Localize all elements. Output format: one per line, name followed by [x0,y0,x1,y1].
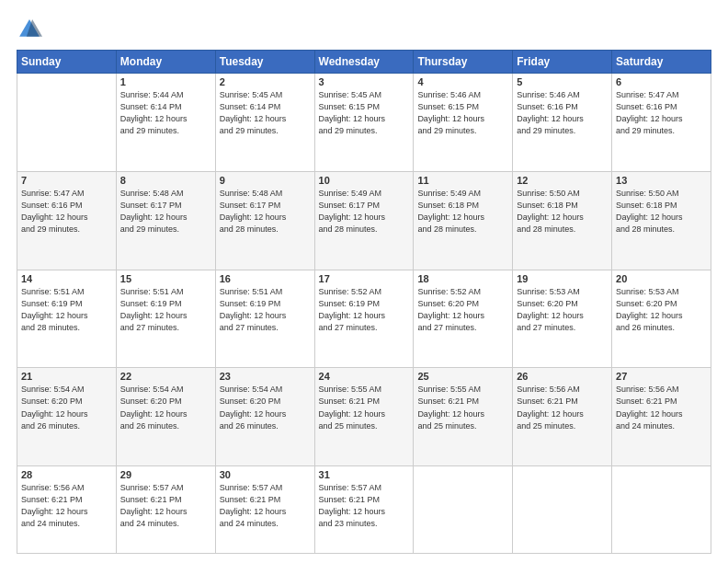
day-info: Sunrise: 5:48 AM Sunset: 6:17 PM Dayligh… [120,188,211,236]
day-number: 12 [517,175,608,186]
day-number: 15 [120,273,211,284]
day-number: 30 [220,469,311,480]
logo [17,17,46,42]
calendar-week-row: 21Sunrise: 5:54 AM Sunset: 6:20 PM Dayli… [17,368,711,466]
day-info: Sunrise: 5:53 AM Sunset: 6:20 PM Dayligh… [616,286,707,334]
calendar-week-row: 14Sunrise: 5:51 AM Sunset: 6:19 PM Dayli… [17,270,711,368]
calendar-cell: 8Sunrise: 5:48 AM Sunset: 6:17 PM Daylig… [116,171,215,270]
calendar-header-sunday: Sunday [17,51,117,74]
calendar-header-row: SundayMondayTuesdayWednesdayThursdayFrid… [17,51,711,74]
day-number: 1 [120,76,211,87]
day-number: 7 [21,175,112,186]
day-info: Sunrise: 5:56 AM Sunset: 6:21 PM Dayligh… [517,384,608,431]
calendar-cell: 9Sunrise: 5:48 AM Sunset: 6:17 PM Daylig… [215,171,314,270]
calendar-cell [612,466,711,554]
calendar-week-row: 1Sunrise: 5:44 AM Sunset: 6:14 PM Daylig… [17,74,711,172]
day-info: Sunrise: 5:51 AM Sunset: 6:19 PM Dayligh… [21,286,112,334]
calendar-cell: 30Sunrise: 5:57 AM Sunset: 6:21 PM Dayli… [215,466,314,554]
day-info: Sunrise: 5:48 AM Sunset: 6:17 PM Dayligh… [220,188,311,236]
calendar-cell: 22Sunrise: 5:54 AM Sunset: 6:20 PM Dayli… [116,368,215,466]
day-number: 17 [319,273,410,284]
day-info: Sunrise: 5:52 AM Sunset: 6:19 PM Dayligh… [319,286,410,334]
calendar-cell: 4Sunrise: 5:46 AM Sunset: 6:15 PM Daylig… [414,74,513,172]
calendar-cell: 7Sunrise: 5:47 AM Sunset: 6:16 PM Daylig… [17,171,117,270]
calendar-cell: 17Sunrise: 5:52 AM Sunset: 6:19 PM Dayli… [314,270,414,368]
day-info: Sunrise: 5:54 AM Sunset: 6:20 PM Dayligh… [220,384,311,431]
day-number: 14 [21,273,112,284]
day-info: Sunrise: 5:56 AM Sunset: 6:21 PM Dayligh… [21,482,112,530]
day-number: 13 [616,175,707,186]
day-number: 24 [319,371,410,382]
calendar-cell: 5Sunrise: 5:46 AM Sunset: 6:16 PM Daylig… [513,74,612,172]
day-info: Sunrise: 5:45 AM Sunset: 6:14 PM Dayligh… [220,89,311,137]
calendar-week-row: 7Sunrise: 5:47 AM Sunset: 6:16 PM Daylig… [17,171,711,270]
calendar-cell: 18Sunrise: 5:52 AM Sunset: 6:20 PM Dayli… [414,270,513,368]
day-number: 11 [417,175,508,186]
calendar-cell: 3Sunrise: 5:45 AM Sunset: 6:15 PM Daylig… [314,74,414,172]
day-number: 23 [220,371,311,382]
day-number: 19 [517,273,608,284]
calendar-header-thursday: Thursday [414,51,513,74]
day-number: 28 [21,469,112,480]
day-info: Sunrise: 5:44 AM Sunset: 6:14 PM Dayligh… [120,89,211,137]
calendar-cell: 15Sunrise: 5:51 AM Sunset: 6:19 PM Dayli… [116,270,215,368]
day-info: Sunrise: 5:50 AM Sunset: 6:18 PM Dayligh… [517,188,608,236]
day-number: 6 [616,76,707,87]
day-info: Sunrise: 5:56 AM Sunset: 6:21 PM Dayligh… [616,384,707,431]
calendar-cell: 13Sunrise: 5:50 AM Sunset: 6:18 PM Dayli… [612,171,711,270]
day-number: 3 [319,76,410,87]
day-info: Sunrise: 5:50 AM Sunset: 6:18 PM Dayligh… [616,188,707,236]
day-number: 2 [220,76,311,87]
day-info: Sunrise: 5:47 AM Sunset: 6:16 PM Dayligh… [21,188,112,236]
day-info: Sunrise: 5:51 AM Sunset: 6:19 PM Dayligh… [220,286,311,334]
day-info: Sunrise: 5:46 AM Sunset: 6:16 PM Dayligh… [517,89,608,137]
day-number: 25 [417,371,508,382]
day-info: Sunrise: 5:49 AM Sunset: 6:17 PM Dayligh… [319,188,410,236]
day-number: 18 [417,273,508,284]
calendar-table: SundayMondayTuesdayWednesdayThursdayFrid… [17,50,711,554]
day-info: Sunrise: 5:55 AM Sunset: 6:21 PM Dayligh… [319,384,410,431]
calendar-cell: 23Sunrise: 5:54 AM Sunset: 6:20 PM Dayli… [215,368,314,466]
day-number: 20 [616,273,707,284]
calendar-cell: 28Sunrise: 5:56 AM Sunset: 6:21 PM Dayli… [17,466,117,554]
calendar-header-friday: Friday [513,51,612,74]
day-info: Sunrise: 5:57 AM Sunset: 6:21 PM Dayligh… [220,482,311,530]
calendar-cell: 31Sunrise: 5:57 AM Sunset: 6:21 PM Dayli… [314,466,414,554]
calendar-cell: 10Sunrise: 5:49 AM Sunset: 6:17 PM Dayli… [314,171,414,270]
calendar-header-monday: Monday [116,51,215,74]
calendar-cell: 2Sunrise: 5:45 AM Sunset: 6:14 PM Daylig… [215,74,314,172]
day-info: Sunrise: 5:57 AM Sunset: 6:21 PM Dayligh… [120,482,211,530]
calendar-cell: 11Sunrise: 5:49 AM Sunset: 6:18 PM Dayli… [414,171,513,270]
day-info: Sunrise: 5:52 AM Sunset: 6:20 PM Dayligh… [417,286,508,334]
calendar-cell [414,466,513,554]
calendar-header-wednesday: Wednesday [314,51,414,74]
calendar-cell: 12Sunrise: 5:50 AM Sunset: 6:18 PM Dayli… [513,171,612,270]
calendar-cell: 19Sunrise: 5:53 AM Sunset: 6:20 PM Dayli… [513,270,612,368]
day-info: Sunrise: 5:54 AM Sunset: 6:20 PM Dayligh… [120,384,211,431]
day-info: Sunrise: 5:55 AM Sunset: 6:21 PM Dayligh… [417,384,508,431]
day-number: 9 [220,175,311,186]
day-number: 8 [120,175,211,186]
day-info: Sunrise: 5:54 AM Sunset: 6:20 PM Dayligh… [21,384,112,431]
calendar-cell: 24Sunrise: 5:55 AM Sunset: 6:21 PM Dayli… [314,368,414,466]
calendar-cell [17,74,117,172]
day-number: 21 [21,371,112,382]
day-number: 10 [319,175,410,186]
day-number: 22 [120,371,211,382]
calendar-cell: 29Sunrise: 5:57 AM Sunset: 6:21 PM Dayli… [116,466,215,554]
calendar-cell: 16Sunrise: 5:51 AM Sunset: 6:19 PM Dayli… [215,270,314,368]
calendar-week-row: 28Sunrise: 5:56 AM Sunset: 6:21 PM Dayli… [17,466,711,554]
day-number: 27 [616,371,707,382]
day-number: 4 [417,76,508,87]
day-info: Sunrise: 5:51 AM Sunset: 6:19 PM Dayligh… [120,286,211,334]
day-info: Sunrise: 5:45 AM Sunset: 6:15 PM Dayligh… [319,89,410,137]
header [17,17,711,42]
day-number: 31 [319,469,410,480]
calendar-cell: 20Sunrise: 5:53 AM Sunset: 6:20 PM Dayli… [612,270,711,368]
logo-icon [17,17,42,42]
day-number: 5 [517,76,608,87]
calendar-cell [513,466,612,554]
calendar-cell: 6Sunrise: 5:47 AM Sunset: 6:16 PM Daylig… [612,74,711,172]
page: SundayMondayTuesdayWednesdayThursdayFrid… [0,0,728,563]
day-number: 29 [120,469,211,480]
